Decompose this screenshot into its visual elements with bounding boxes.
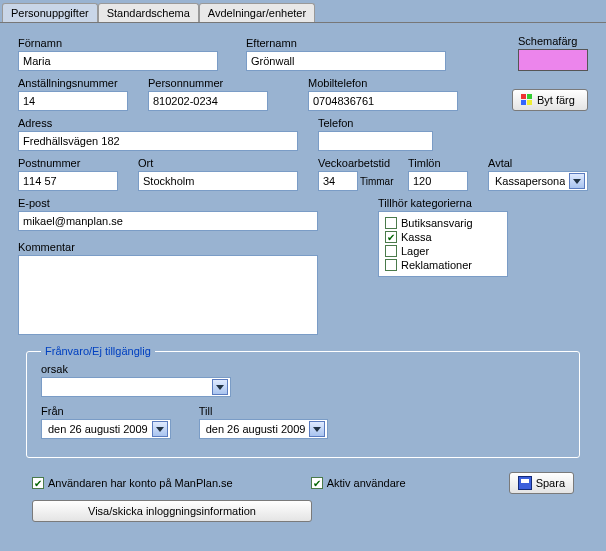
anstallningsnummer-input[interactable] — [18, 91, 128, 111]
telefon-input[interactable] — [318, 131, 433, 151]
bytfarg-label: Byt färg — [537, 94, 575, 106]
label-schemafarg: Schemafärg — [518, 35, 577, 47]
orsak-select[interactable] — [41, 377, 231, 397]
chevron-down-icon[interactable] — [309, 421, 325, 437]
tab-personuppgifter[interactable]: Personuppgifter — [2, 3, 98, 22]
checkbox-icon[interactable]: ✔ — [385, 231, 397, 243]
label-telefon: Telefon — [318, 117, 433, 129]
chevron-down-icon[interactable] — [152, 421, 168, 437]
timlon-input[interactable] — [408, 171, 468, 191]
avtal-value: Kassapersonal — [495, 175, 565, 187]
label-kommentar: Kommentar — [18, 241, 318, 253]
anv-konto-label: Användaren har konto på ManPlan.se — [48, 477, 233, 489]
category-item[interactable]: Reklamationer — [385, 258, 501, 272]
franvaro-legend: Frånvaro/Ej tillgänglig — [41, 345, 155, 357]
save-icon — [518, 476, 532, 490]
aktiv-label: Aktiv användare — [327, 477, 406, 489]
footer-row: ✔ Användaren har konto på ManPlan.se ✔ A… — [18, 464, 588, 496]
kommentar-textarea[interactable] — [18, 255, 318, 335]
visa-skicka-label: Visa/skicka inloggningsinformation — [88, 505, 256, 517]
fran-datepicker[interactable]: den 26 augusti 2009 — [41, 419, 171, 439]
veckoarbetstid-input[interactable] — [318, 171, 358, 191]
ort-input[interactable] — [138, 171, 298, 191]
label-efternamn: Efternamn — [246, 37, 446, 49]
label-till: Till — [199, 405, 329, 417]
label-avtal: Avtal — [488, 157, 588, 169]
categories-box: Butiksansvarig ✔ Kassa Lager Reklamation… — [378, 211, 508, 277]
color-palette-icon — [521, 94, 533, 106]
efternamn-input[interactable] — [246, 51, 446, 71]
postnummer-input[interactable] — [18, 171, 118, 191]
tab-avdelningar[interactable]: Avdelningar/enheter — [199, 3, 315, 22]
label-orsak: orsak — [41, 363, 231, 375]
category-item[interactable]: Butiksansvarig — [385, 216, 501, 230]
chevron-down-icon[interactable] — [569, 173, 585, 189]
adress-input[interactable] — [18, 131, 298, 151]
aktiv-checkbox[interactable]: ✔ Aktiv användare — [311, 477, 406, 489]
personnummer-input[interactable] — [148, 91, 268, 111]
spara-label: Spara — [536, 477, 565, 489]
till-datepicker[interactable]: den 26 augusti 2009 — [199, 419, 329, 439]
label-fran: Från — [41, 405, 171, 417]
till-value: den 26 augusti 2009 — [206, 423, 306, 435]
label-timmar: Timmar — [360, 176, 394, 187]
mobiltelefon-input[interactable] — [308, 91, 458, 111]
checkbox-icon[interactable] — [385, 259, 397, 271]
epost-input[interactable] — [18, 211, 318, 231]
avtal-select[interactable]: Kassapersonal — [488, 171, 588, 191]
tab-bar: Personuppgifter Standardschema Avdelning… — [0, 0, 606, 23]
franvaro-fieldset: Frånvaro/Ej tillgänglig orsak Från den 2… — [26, 345, 580, 458]
label-ort: Ort — [138, 157, 298, 169]
visa-skicka-button[interactable]: Visa/skicka inloggningsinformation — [32, 500, 312, 522]
category-label: Kassa — [401, 231, 432, 243]
category-label: Lager — [401, 245, 429, 257]
page-content: Förnamn Efternamn Schemafärg Anställning… — [0, 23, 606, 528]
category-item[interactable]: Lager — [385, 244, 501, 258]
tab-standardschema[interactable]: Standardschema — [98, 3, 199, 22]
label-epost: E-post — [18, 197, 318, 209]
checkbox-icon[interactable] — [385, 217, 397, 229]
fran-value: den 26 augusti 2009 — [48, 423, 148, 435]
label-timlon: Timlön — [408, 157, 468, 169]
chevron-down-icon[interactable] — [212, 379, 228, 395]
label-anstallningsnummer: Anställningsnummer — [18, 77, 128, 89]
label-personnummer: Personnummer — [148, 77, 268, 89]
label-tillhor: Tillhör kategorierna — [378, 197, 508, 209]
checkbox-icon[interactable] — [385, 245, 397, 257]
label-mobiltelefon: Mobiltelefon — [308, 77, 458, 89]
bytfarg-button[interactable]: Byt färg — [512, 89, 588, 111]
schemafarg-swatch — [518, 49, 588, 71]
spara-button[interactable]: Spara — [509, 472, 574, 494]
checkbox-icon[interactable]: ✔ — [311, 477, 323, 489]
label-fornamn: Förnamn — [18, 37, 218, 49]
fornamn-input[interactable] — [18, 51, 218, 71]
category-label: Butiksansvarig — [401, 217, 473, 229]
category-item[interactable]: ✔ Kassa — [385, 230, 501, 244]
category-label: Reklamationer — [401, 259, 472, 271]
label-adress: Adress — [18, 117, 298, 129]
anv-konto-checkbox[interactable]: ✔ Användaren har konto på ManPlan.se — [32, 477, 233, 489]
label-postnummer: Postnummer — [18, 157, 118, 169]
label-veckoarbetstid: Veckoarbetstid — [318, 157, 388, 169]
checkbox-icon[interactable]: ✔ — [32, 477, 44, 489]
